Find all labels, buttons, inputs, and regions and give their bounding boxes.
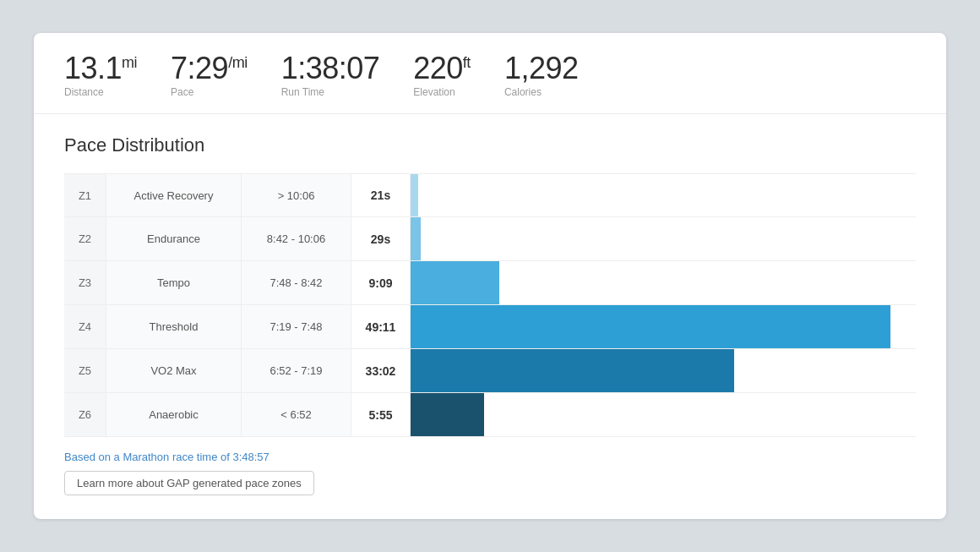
zone-bar [411,174,418,216]
stat-pace-label: Pace [171,86,248,98]
zone-name: Endurance [106,217,242,260]
chart-row: Z1 Active Recovery > 10:06 21s [64,173,916,217]
footnote-link[interactable]: Based on a Marathon race time of 3:48:57 [64,451,270,463]
learn-more-button[interactable]: Learn more about GAP generated pace zone… [64,471,314,495]
zone-name: Anaerobic [106,393,242,436]
zone-id: Z5 [64,349,106,392]
zone-bar [411,349,734,392]
chart-row: Z4 Threshold 7:19 - 7:48 49:11 [64,305,916,349]
zone-name: Active Recovery [106,174,242,216]
zone-bar [411,305,890,348]
stat-elevation-label: Elevation [413,86,471,98]
zone-bar-container [411,305,916,348]
section-title: Pace Distribution [64,134,916,156]
zone-time: 29s [351,217,411,260]
zone-time: 9:09 [351,261,411,304]
footnote: Based on a Marathon race time of 3:48:57… [64,449,916,495]
zone-id: Z1 [64,174,106,216]
zone-range: > 10:06 [242,174,351,216]
pace-chart: Z1 Active Recovery > 10:06 21s Z2 Endura… [64,173,916,437]
zone-id: Z4 [64,305,106,348]
pace-distribution-section: Pace Distribution Z1 Active Recovery > 1… [34,114,946,519]
stat-calories: 1,292 Calories [504,52,579,99]
stat-pace-value: 7:29/mi [171,52,248,85]
zone-range: 7:48 - 8:42 [242,261,351,304]
stat-distance-label: Distance [64,86,137,98]
zone-name: Tempo [106,261,242,304]
chart-row: Z3 Tempo 7:48 - 8:42 9:09 [64,261,916,305]
zone-bar [411,217,421,260]
zone-range: 8:42 - 10:06 [242,217,351,260]
stat-elevation-value: 220ft [413,52,471,85]
zone-time: 5:55 [351,393,411,436]
chart-row: Z2 Endurance 8:42 - 10:06 29s [64,217,916,261]
stat-calories-label: Calories [504,86,579,98]
stat-run-time-value: 1:38:07 [281,52,380,85]
zone-name: Threshold [106,305,242,348]
zone-bar-container [411,393,916,436]
stat-run-time-label: Run Time [281,86,380,98]
zone-bar [411,261,499,304]
chart-row: Z5 VO2 Max 6:52 - 7:19 33:02 [64,349,916,393]
stat-distance-value: 13.1mi [64,52,137,85]
stat-pace: 7:29/mi Pace [171,52,248,99]
zone-bar [411,393,484,436]
zone-time: 49:11 [351,305,411,348]
zone-time: 33:02 [351,349,411,392]
zone-id: Z6 [64,393,106,436]
stats-row: 13.1mi Distance 7:29/mi Pace 1:38:07 Run… [34,33,946,115]
zone-time: 21s [351,174,411,216]
zone-range: 7:19 - 7:48 [242,305,351,348]
zone-id: Z3 [64,261,106,304]
main-card: 13.1mi Distance 7:29/mi Pace 1:38:07 Run… [34,33,946,520]
zone-name: VO2 Max [106,349,242,392]
zone-bar-container [411,217,916,260]
zone-bar-container [411,174,916,216]
zone-bar-container [411,261,916,304]
chart-row: Z6 Anaerobic < 6:52 5:55 [64,393,916,437]
stat-run-time: 1:38:07 Run Time [281,52,380,99]
stat-elevation: 220ft Elevation [413,52,471,99]
zone-range: 6:52 - 7:19 [242,349,351,392]
stat-distance: 13.1mi Distance [64,52,137,99]
stat-calories-value: 1,292 [504,52,579,85]
zone-range: < 6:52 [242,393,351,436]
zone-bar-container [411,349,916,392]
zone-id: Z2 [64,217,106,260]
